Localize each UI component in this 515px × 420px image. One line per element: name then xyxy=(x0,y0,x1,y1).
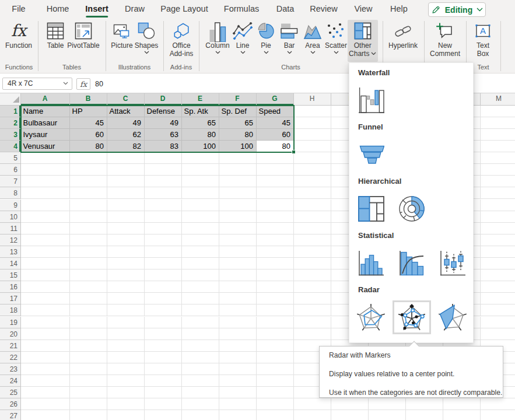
cell-E13[interactable] xyxy=(182,246,219,258)
row-header-22[interactable]: 22 xyxy=(0,352,21,363)
cell-F1[interactable]: Sp. Def xyxy=(219,106,257,117)
row-header-3[interactable]: 3 xyxy=(0,129,21,141)
name-box[interactable]: 4R x 7C xyxy=(2,78,72,90)
cell-M27[interactable] xyxy=(481,410,515,420)
column-header-D[interactable]: D xyxy=(145,93,182,106)
cell-E7[interactable] xyxy=(182,176,219,187)
cell-G15[interactable] xyxy=(257,270,294,281)
waterfall-chart-option[interactable] xyxy=(352,83,390,117)
cell-H19[interactable] xyxy=(294,317,331,328)
cell-B8[interactable] xyxy=(70,187,107,199)
cell-F27[interactable] xyxy=(219,410,257,420)
ribbon-tab-data[interactable]: Data xyxy=(276,0,295,18)
cell-F4[interactable]: 100 xyxy=(219,141,257,152)
cell-H11[interactable] xyxy=(294,223,331,235)
cell-C23[interactable] xyxy=(107,363,145,375)
row-header-26[interactable]: 26 xyxy=(0,398,21,410)
cell-D11[interactable] xyxy=(145,223,182,235)
ribbon-tab-insert[interactable]: Insert xyxy=(85,0,108,18)
cell-H12[interactable] xyxy=(294,235,331,246)
cell-E10[interactable] xyxy=(182,211,219,223)
cell-E24[interactable] xyxy=(182,375,219,387)
cell-F6[interactable] xyxy=(219,164,257,176)
cell-F14[interactable] xyxy=(219,258,257,270)
row-header-24[interactable]: 24 xyxy=(0,375,21,387)
cell-G22[interactable] xyxy=(257,352,294,363)
cell-E19[interactable] xyxy=(182,317,219,328)
ribbon-tab-formulas[interactable]: Formulas xyxy=(224,0,259,18)
cell-E2[interactable]: 65 xyxy=(182,117,219,129)
cell-F13[interactable] xyxy=(219,246,257,258)
cell-C11[interactable] xyxy=(107,223,145,235)
cell-F25[interactable] xyxy=(219,387,257,398)
cell-G21[interactable] xyxy=(257,340,294,352)
treemap-chart-option[interactable] xyxy=(352,192,390,226)
cell-M20[interactable] xyxy=(481,328,515,340)
cell-D13[interactable] xyxy=(145,246,182,258)
cell-H2[interactable] xyxy=(294,117,331,129)
cell-M10[interactable] xyxy=(481,211,515,223)
cell-C12[interactable] xyxy=(107,235,145,246)
cell-A18[interactable] xyxy=(21,304,70,316)
cell-C26[interactable] xyxy=(107,398,145,410)
cell-E15[interactable] xyxy=(182,270,219,281)
cell-E27[interactable] xyxy=(182,410,219,420)
cell-D22[interactable] xyxy=(145,352,182,363)
cell-M4[interactable] xyxy=(481,141,515,152)
cell-M18[interactable] xyxy=(481,304,515,316)
column-header-A[interactable]: A xyxy=(21,93,70,106)
cell-C8[interactable] xyxy=(107,187,145,199)
cell-M11[interactable] xyxy=(481,223,515,235)
cell-M26[interactable] xyxy=(481,398,515,410)
row-header-1[interactable]: 1 xyxy=(0,106,21,117)
cell-F15[interactable] xyxy=(219,270,257,281)
cell-M16[interactable] xyxy=(481,281,515,293)
cell-H20[interactable] xyxy=(294,328,331,340)
cell-B27[interactable] xyxy=(70,410,107,420)
ribbon-tab-home[interactable]: Home xyxy=(47,0,69,18)
cell-A10[interactable] xyxy=(21,211,70,223)
cell-H8[interactable] xyxy=(294,187,331,199)
cell-F24[interactable] xyxy=(219,375,257,387)
cell-D15[interactable] xyxy=(145,270,182,281)
cell-E4[interactable]: 100 xyxy=(182,141,219,152)
cell-B20[interactable] xyxy=(70,328,107,340)
cell-E3[interactable]: 80 xyxy=(182,129,219,141)
cell-H6[interactable] xyxy=(294,164,331,176)
cell-B25[interactable] xyxy=(70,387,107,398)
cell-A23[interactable] xyxy=(21,363,70,375)
text-box-button[interactable]: A TextBox xyxy=(471,20,495,62)
row-header-14[interactable]: 14 xyxy=(0,258,21,270)
cell-L27[interactable] xyxy=(443,410,481,420)
scatter-button[interactable]: Scatter xyxy=(322,20,350,62)
cell-B12[interactable] xyxy=(70,235,107,246)
cell-J27[interactable] xyxy=(369,410,406,420)
cell-E22[interactable] xyxy=(182,352,219,363)
row-header-8[interactable]: 8 xyxy=(0,187,21,199)
ribbon-tab-view[interactable]: View xyxy=(354,0,372,18)
cell-C19[interactable] xyxy=(107,317,145,328)
cell-D5[interactable] xyxy=(145,152,182,164)
cell-C25[interactable] xyxy=(107,387,145,398)
cell-G6[interactable] xyxy=(257,164,294,176)
cell-E23[interactable] xyxy=(182,363,219,375)
cell-G24[interactable] xyxy=(257,375,294,387)
cell-H14[interactable] xyxy=(294,258,331,270)
function-button[interactable]: fxFunction xyxy=(2,20,36,62)
cell-M3[interactable] xyxy=(481,129,515,141)
cell-E21[interactable] xyxy=(182,340,219,352)
cell-A27[interactable] xyxy=(21,410,70,420)
cell-D23[interactable] xyxy=(145,363,182,375)
cell-E25[interactable] xyxy=(182,387,219,398)
column-header-G[interactable]: G xyxy=(257,93,294,106)
cell-C24[interactable] xyxy=(107,375,145,387)
cell-F7[interactable] xyxy=(219,176,257,187)
cell-H16[interactable] xyxy=(294,281,331,293)
cell-B13[interactable] xyxy=(70,246,107,258)
cell-E6[interactable] xyxy=(182,164,219,176)
cell-C5[interactable] xyxy=(107,152,145,164)
cell-C15[interactable] xyxy=(107,270,145,281)
cell-G27[interactable] xyxy=(257,410,294,420)
cell-E11[interactable] xyxy=(182,223,219,235)
cell-A12[interactable] xyxy=(21,235,70,246)
